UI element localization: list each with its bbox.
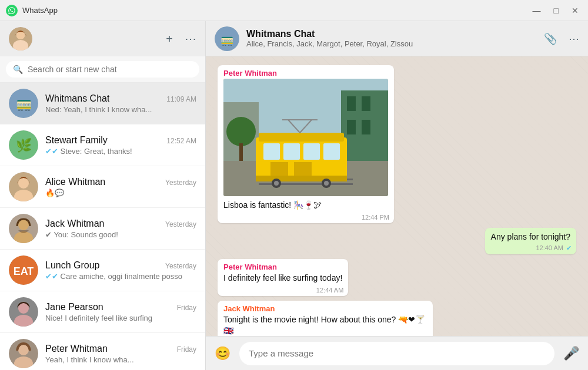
chat-preview: ✔ You: Sounds good!	[45, 230, 196, 239]
chat-item-jane[interactable]: Jane Pearson Friday Nice! I definitely f…	[0, 291, 205, 333]
menu-icon[interactable]: ⋯	[185, 32, 196, 46]
app-logo	[6, 5, 18, 16]
msg-text: Any plans for tonight?	[491, 231, 570, 243]
chat-preview: Yeah, I think I know wha...	[45, 355, 196, 364]
msg-sender: Peter Whitman	[223, 263, 342, 271]
chat-avatar	[9, 214, 38, 243]
chat-header-info: Whitmans Chat Alice, Francis, Jack, Marg…	[246, 29, 537, 48]
search-bar: 🔍	[0, 56, 205, 83]
chat-item-stewart[interactable]: 🌿 Stewart Family 12:52 AM ✔✔ Steve: Grea…	[0, 125, 205, 166]
chat-avatar: EAT	[9, 255, 38, 285]
chat-name: Jane Pearson	[45, 302, 103, 312]
chat-header-avatar: 🚃	[215, 26, 239, 51]
search-input[interactable]	[28, 65, 192, 74]
sidebar: + ⋯ 🔍 🚃	[0, 21, 206, 370]
msg-time: 12:44 AM	[316, 287, 343, 294]
titlebar: WhatsApp — □ ✕	[0, 0, 588, 21]
chat-item-lunch[interactable]: EAT Lunch Group Yesterday ✔✔ Care amiche…	[0, 250, 205, 291]
chat-info: Lunch Group Yesterday ✔✔ Care amiche, og…	[45, 260, 196, 281]
chat-time: Friday	[177, 345, 196, 354]
message-3: Peter Whitman I definitely feel like sur…	[218, 259, 348, 296]
chat-avatar	[9, 297, 38, 327]
msg-time: 12:40 AM ✔	[536, 244, 572, 252]
search-wrapper: 🔍	[6, 61, 199, 78]
chat-title: Whitmans Chat	[246, 29, 537, 39]
close-button[interactable]: ✕	[568, 5, 582, 16]
svg-point-9	[18, 178, 29, 189]
message-4: Jack Whitman Tonight is the movie night!…	[218, 301, 433, 336]
chat-members: Alice, Francis, Jack, Margot, Peter, Roy…	[246, 39, 537, 48]
mic-button[interactable]: 🎤	[563, 346, 579, 361]
chat-preview: Ned: Yeah, I think I know wha...	[45, 105, 196, 114]
chat-preview: ✔✔ Steve: Great, thanks!	[45, 147, 196, 156]
app-title: WhatsApp	[22, 6, 58, 15]
msg-sender: Jack Whitman	[223, 304, 427, 313]
chat-time: 11:09 AM	[166, 95, 196, 103]
svg-text:🚃: 🚃	[220, 33, 234, 46]
chat-item-alice[interactable]: Alice Whitman Yesterday 🔥💬	[0, 166, 205, 208]
svg-point-53	[226, 117, 256, 146]
chat-list: 🚃 Whitmans Chat 11:09 AM Ned: Yeah, I th…	[0, 83, 205, 370]
chat-item-jack[interactable]: Jack Whitman Yesterday ✔ You: Sounds goo…	[0, 208, 205, 250]
chat-name: Alice Whitman	[45, 177, 105, 187]
svg-text:🚃: 🚃	[16, 96, 32, 112]
msg-text: Lisboa is fantastic! 🎠🍷🕊	[223, 200, 388, 211]
svg-rect-41	[303, 143, 320, 160]
chat-time: 12:52 AM	[166, 137, 196, 145]
search-icon: 🔍	[13, 65, 23, 74]
chat-preview: 🔥💬	[45, 189, 196, 197]
chat-info: Stewart Family 12:52 AM ✔✔ Steve: Great,…	[45, 135, 196, 156]
msg-sender: Peter Whitman	[223, 69, 388, 78]
chat-preview: Nice! I definitely feel like surfing	[45, 314, 196, 322]
chat-name: Jack Whitman	[45, 218, 104, 229]
minimize-button[interactable]: —	[529, 5, 544, 16]
chat-header: 🚃 Whitmans Chat Alice, Francis, Jack, Ma…	[206, 21, 588, 56]
msg-text: I definitely feel like surfing today!	[223, 273, 342, 284]
chat-avatar: 🌿	[9, 130, 38, 160]
app-container: + ⋯ 🔍 🚃	[0, 21, 588, 370]
new-chat-icon[interactable]: +	[166, 32, 173, 46]
chat-name: Stewart Family	[45, 135, 108, 146]
maximize-button[interactable]: □	[550, 5, 562, 16]
svg-point-3	[16, 31, 25, 39]
message-input[interactable]	[239, 342, 554, 365]
svg-rect-29	[347, 96, 356, 111]
chat-info: Whitmans Chat 11:09 AM Ned: Yeah, I thin…	[45, 93, 196, 114]
messages-area: Peter Whitman	[206, 56, 588, 336]
msg-image	[223, 79, 388, 196]
svg-rect-40	[283, 143, 300, 160]
msg-text: Tonight is the movie night! How about th…	[223, 314, 427, 336]
window-controls: — □ ✕	[529, 5, 582, 16]
titlebar-left: WhatsApp	[6, 5, 58, 16]
chat-info: Jane Pearson Friday Nice! I definitely f…	[45, 302, 196, 322]
chat-area: 🚃 Whitmans Chat Alice, Francis, Jack, Ma…	[206, 21, 588, 370]
chat-name: Lunch Group	[45, 260, 100, 271]
chat-time: Yesterday	[165, 179, 196, 187]
svg-text:EAT: EAT	[14, 265, 34, 277]
svg-rect-32	[362, 120, 370, 134]
svg-rect-42	[323, 143, 340, 160]
svg-point-49	[324, 181, 329, 186]
chat-menu-icon[interactable]: ⋯	[569, 32, 579, 45]
sidebar-actions: + ⋯	[166, 32, 196, 46]
attach-icon[interactable]: 📎	[544, 32, 557, 45]
svg-rect-31	[347, 120, 356, 134]
svg-rect-39	[263, 143, 280, 160]
chat-info: Alice Whitman Yesterday 🔥💬	[45, 177, 196, 197]
chat-header-actions: 📎 ⋯	[544, 32, 579, 45]
chat-time: Yesterday	[165, 220, 196, 228]
svg-text:🌿: 🌿	[16, 137, 32, 153]
emoji-button[interactable]: 😊	[215, 346, 230, 361]
message-2: Any plans for tonight? 12:40 AM ✔	[485, 228, 576, 255]
chat-time: Yesterday	[165, 262, 196, 270]
chat-time: Friday	[177, 304, 196, 312]
chat-avatar: 🚃	[9, 89, 38, 118]
svg-rect-38	[259, 133, 344, 142]
svg-rect-45	[256, 176, 347, 181]
chat-item-peter[interactable]: Peter Whitman Friday Yeah, I think I kno…	[0, 333, 205, 370]
chat-item-whitmans[interactable]: 🚃 Whitmans Chat 11:09 AM Ned: Yeah, I th…	[0, 83, 205, 125]
message-1: Peter Whitman	[218, 65, 394, 223]
user-avatar	[9, 27, 32, 51]
chat-name: Peter Whitman	[45, 344, 108, 354]
msg-time: 12:44 PM	[362, 214, 389, 221]
